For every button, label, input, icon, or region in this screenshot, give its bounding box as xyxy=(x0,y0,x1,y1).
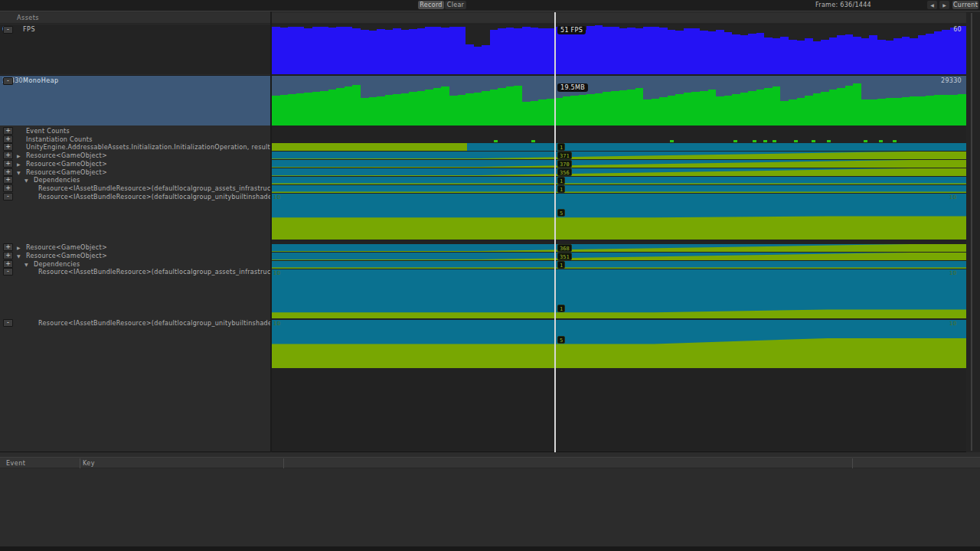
monoheap-row-selected[interactable]: - MonoHeap 29330 29330 xyxy=(0,75,966,126)
record-button[interactable]: Record xyxy=(418,1,444,9)
graph-bar xyxy=(280,28,289,74)
event-count-graph[interactable] xyxy=(272,168,966,176)
collapse-graph-button[interactable]: - xyxy=(3,193,13,201)
tree-row[interactable]: +UnityEngine.AddressableAssets.Initializ… xyxy=(0,143,270,152)
event-count-graph[interactable] xyxy=(272,244,966,252)
instantiation-tick xyxy=(794,140,798,142)
tree-row[interactable]: +Event Counts xyxy=(0,127,270,135)
graph-bar xyxy=(522,102,531,126)
expand-graph-button[interactable]: + xyxy=(3,252,13,259)
tree-row[interactable]: +Resource<IAssetBundleResource>(defaultl… xyxy=(0,184,270,193)
expand-graph-button[interactable]: + xyxy=(3,176,13,184)
monoheap-collapse-button[interactable]: - xyxy=(3,77,13,85)
column-divider[interactable] xyxy=(852,458,853,468)
foldout-open-icon[interactable]: ▼ xyxy=(17,253,21,259)
event-viewer-window: Record Clear Frame: 636/1444 ◀ ▶ Current… xyxy=(0,0,980,551)
column-divider[interactable] xyxy=(283,458,284,468)
scrollbar[interactable] xyxy=(971,13,972,451)
graph-bar xyxy=(425,27,433,74)
event-count-graph[interactable] xyxy=(272,253,966,260)
tree-row[interactable]: -Resource<IAssetBundleResource>(defaultl… xyxy=(0,268,270,276)
expand-graph-button[interactable]: + xyxy=(3,184,13,192)
key-column-header[interactable]: Key xyxy=(83,460,95,467)
clear-button[interactable]: Clear xyxy=(445,1,466,9)
graph-bar xyxy=(780,37,789,74)
column-divider[interactable] xyxy=(80,458,80,468)
tree-row[interactable]: -Resource<IAssetBundleResource>(defaultl… xyxy=(0,193,270,201)
graph-bar xyxy=(773,38,781,74)
graph-bar xyxy=(619,28,628,74)
graph-bar xyxy=(280,95,289,126)
event-count-graph[interactable] xyxy=(272,152,966,159)
foldout-closed-icon[interactable]: ▶ xyxy=(17,153,21,158)
graph-bar xyxy=(506,28,514,74)
tree-row[interactable]: +▼Dependencies xyxy=(0,176,270,184)
graph-bar xyxy=(675,94,684,126)
graph-bar xyxy=(296,27,305,74)
graph-bar xyxy=(320,27,328,74)
graph-bar xyxy=(886,41,894,74)
graph-bar xyxy=(482,45,490,74)
tree-row[interactable]: +▶Resource<GameObject> xyxy=(0,152,270,160)
assets-column-header[interactable]: Assets xyxy=(0,12,980,24)
foldout-open-icon[interactable]: ▼ xyxy=(24,178,28,183)
graph-bar xyxy=(563,31,571,74)
graph-bar xyxy=(401,30,410,74)
event-count-graph[interactable] xyxy=(272,320,966,368)
graph-bar xyxy=(659,28,668,74)
graph-bar xyxy=(877,40,886,75)
tree-row[interactable]: +▼Resource<GameObject> xyxy=(0,252,270,260)
tree-row-label: Instantiation Counts xyxy=(26,136,93,143)
tree-row[interactable]: -Resource<IAssetBundleResource>(defaultl… xyxy=(0,319,270,328)
tree-graph-divider[interactable] xyxy=(270,11,272,452)
graph-bar xyxy=(652,99,660,126)
current-frame-line[interactable] xyxy=(554,12,556,452)
expand-graph-button[interactable]: + xyxy=(3,243,13,251)
graph-bar xyxy=(668,96,676,126)
graph-bar xyxy=(514,86,522,126)
event-count-graph[interactable] xyxy=(272,261,966,269)
expand-graph-button[interactable]: + xyxy=(3,135,13,143)
count-value-badge: 371 xyxy=(557,152,572,159)
foldout-open-icon[interactable]: ▼ xyxy=(17,170,21,175)
event-count-graph[interactable] xyxy=(272,160,966,168)
graph-bar xyxy=(813,93,822,126)
collapse-graph-button[interactable]: - xyxy=(3,268,13,276)
foldout-open-icon[interactable]: ▼ xyxy=(24,262,28,267)
event-column-header[interactable]: Event xyxy=(6,460,25,467)
event-count-graph[interactable] xyxy=(272,185,966,193)
next-frame-button[interactable]: ▶ xyxy=(939,1,949,9)
graph-bar xyxy=(538,99,547,126)
count-value-badge: 356 xyxy=(557,168,572,176)
graph-bar xyxy=(764,88,773,126)
expand-graph-button[interactable]: + xyxy=(3,143,13,151)
event-count-graph[interactable] xyxy=(272,143,966,151)
expand-graph-button[interactable]: + xyxy=(3,152,13,159)
collapse-graph-button[interactable]: - xyxy=(3,319,13,327)
event-count-fill xyxy=(272,168,966,176)
event-count-fill xyxy=(272,185,966,193)
previous-frame-button[interactable]: ◀ xyxy=(927,1,937,9)
graph-bar xyxy=(691,92,700,126)
graph-bar xyxy=(764,37,773,74)
event-count-graph[interactable] xyxy=(272,177,966,184)
tree-row[interactable]: +▶Resource<GameObject> xyxy=(0,243,270,252)
tree-row[interactable]: +▶Resource<GameObject> xyxy=(0,160,270,168)
foldout-closed-icon[interactable]: ▶ xyxy=(17,161,21,167)
event-count-graph[interactable] xyxy=(272,194,966,240)
fps-row[interactable]: - FPS 60 60 xyxy=(0,24,966,74)
expand-graph-button[interactable]: + xyxy=(3,260,13,268)
expand-graph-button[interactable]: + xyxy=(3,127,13,135)
event-count-fill xyxy=(272,177,966,184)
foldout-closed-icon[interactable]: ▶ xyxy=(17,245,21,250)
expand-graph-button[interactable]: + xyxy=(3,168,13,176)
event-count-fill xyxy=(272,253,966,260)
fps-collapse-button[interactable]: - xyxy=(3,26,13,34)
event-count-graph[interactable] xyxy=(272,269,966,318)
expand-graph-button[interactable]: + xyxy=(3,160,13,168)
graph-bar xyxy=(805,38,813,74)
block-scale-right: 10 xyxy=(949,270,957,276)
instantiation-tick xyxy=(773,140,776,142)
current-frame-button[interactable]: Current xyxy=(952,1,978,9)
graph-bar xyxy=(958,26,966,74)
